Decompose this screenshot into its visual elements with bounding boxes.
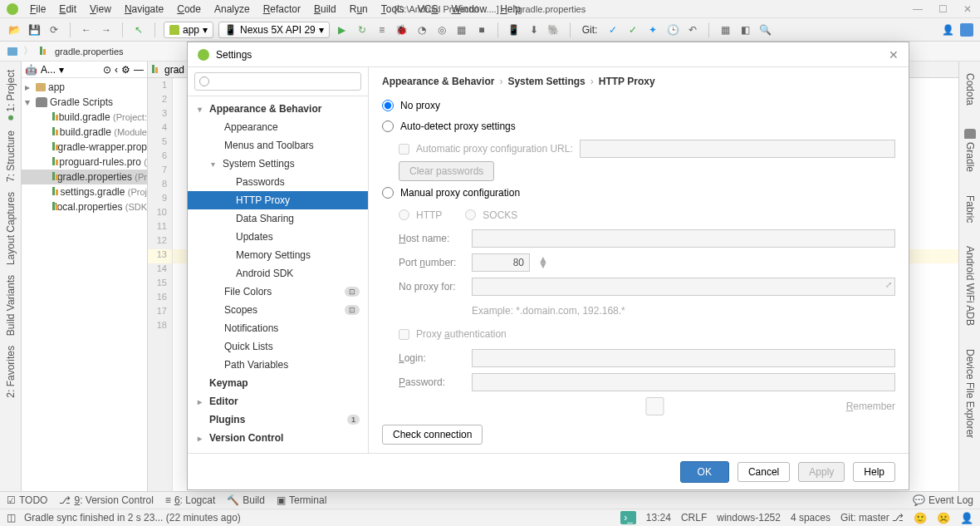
sdk-icon[interactable]: ⬇ xyxy=(527,22,541,37)
menu-run[interactable]: Run xyxy=(345,2,373,17)
minimize-icon[interactable]: — xyxy=(912,3,924,15)
tool-project[interactable]: 1: Project xyxy=(5,65,17,125)
git-compare-icon[interactable]: ✦ xyxy=(645,22,660,37)
emoji-sad-icon[interactable]: ☹️ xyxy=(937,512,950,524)
tool-gradle[interactable]: Gradle xyxy=(964,124,976,177)
menu-view[interactable]: View xyxy=(85,2,116,17)
version-control-tool[interactable]: ⎇9: Version Control xyxy=(59,494,153,506)
sync-icon[interactable]: 🐘 xyxy=(546,22,561,37)
tree-path-variables[interactable]: Path Variables xyxy=(188,356,368,374)
collapse-icon[interactable]: ‹ xyxy=(115,64,118,76)
manual-proxy-label[interactable]: Manual proxy configuration xyxy=(400,187,520,199)
auto-detect-radio[interactable] xyxy=(382,120,394,132)
tool-build-variants[interactable]: Build Variants xyxy=(5,270,17,341)
menu-file[interactable]: File xyxy=(25,2,51,17)
refresh-icon[interactable]: ⟳ xyxy=(47,22,61,37)
auto-detect-label[interactable]: Auto-detect proxy settings xyxy=(400,120,516,132)
cancel-button[interactable]: Cancel xyxy=(737,462,790,482)
tree-keymap[interactable]: Keymap xyxy=(188,374,368,392)
tool-structure[interactable]: 7: Structure xyxy=(5,125,17,187)
tree-version-control[interactable]: ▸Version Control xyxy=(188,429,368,447)
avatar-icon[interactable] xyxy=(960,23,973,37)
tree-updates[interactable]: Updates xyxy=(188,228,368,246)
back-icon[interactable]: ← xyxy=(79,22,94,37)
dialog-close-icon[interactable]: ✕ xyxy=(889,48,899,61)
status-line-sep[interactable]: CRLF xyxy=(681,512,707,524)
menu-edit[interactable]: Edit xyxy=(54,2,81,17)
tree-passwords[interactable]: Passwords xyxy=(188,173,368,191)
debug-icon[interactable]: 🐞 xyxy=(394,22,409,37)
tree-appearance[interactable]: Appearance xyxy=(188,118,368,136)
settings-tree[interactable]: ▾Appearance & Behavior Appearance Menus … xyxy=(188,96,368,453)
close-icon[interactable]: ✕ xyxy=(962,3,973,15)
target-icon[interactable]: ⊙ xyxy=(103,64,111,76)
chevron-down-icon[interactable]: ▾ xyxy=(59,64,64,76)
menu-code[interactable]: Code xyxy=(172,2,206,17)
tree-file[interactable]: build.gradle (Module xyxy=(22,125,147,140)
tree-memory-settings[interactable]: Memory Settings xyxy=(188,246,368,264)
device-dropdown[interactable]: 📱 Nexus 5X API 29 ▾ xyxy=(218,22,330,38)
tree-android-sdk[interactable]: Android SDK xyxy=(188,264,368,283)
status-encoding[interactable]: windows-1252 xyxy=(717,512,781,524)
menu-analyze[interactable]: Analyze xyxy=(209,2,255,17)
tree-file[interactable]: proguard-rules.pro ( xyxy=(22,155,147,170)
git-update-icon[interactable]: ✓ xyxy=(605,22,620,37)
no-proxy-radio[interactable] xyxy=(382,100,394,111)
tree-app[interactable]: ▸ app xyxy=(22,80,147,95)
terminal-indicator-icon[interactable]: ›_ xyxy=(620,511,636,524)
git-commit-icon[interactable]: ✓ xyxy=(625,22,640,37)
user-icon[interactable]: 👤 xyxy=(940,22,955,37)
gear-icon[interactable]: ⚙ xyxy=(121,64,130,76)
git-revert-icon[interactable]: ↶ xyxy=(685,22,700,37)
build-tool[interactable]: 🔨Build xyxy=(227,494,265,506)
export-icon[interactable]: ▦ xyxy=(718,22,733,37)
manual-proxy-radio[interactable] xyxy=(382,187,394,199)
tree-appearance-behavior[interactable]: ▾Appearance & Behavior xyxy=(188,100,368,118)
terminal-tool[interactable]: ▣Terminal xyxy=(277,494,326,506)
tool-favorites[interactable]: 2: Favorites xyxy=(5,341,17,403)
search-icon[interactable]: 🔍 xyxy=(757,22,772,37)
help-button[interactable]: Help xyxy=(853,462,895,482)
breadcrumb-file[interactable]: gradle.properties xyxy=(55,47,124,57)
tree-file-selected[interactable]: gradle.properties (Pr xyxy=(22,170,147,184)
tree-http-proxy[interactable]: HTTP Proxy xyxy=(188,191,368,209)
apply-changes-icon[interactable]: ↻ xyxy=(355,22,370,37)
logcat-tool[interactable]: ≡6: Logcat xyxy=(165,494,215,506)
profile-icon[interactable]: ◔ xyxy=(414,22,429,37)
maximize-icon[interactable]: ☐ xyxy=(937,3,948,15)
tree-quick-lists[interactable]: Quick Lists xyxy=(188,337,368,356)
run-config-dropdown[interactable]: app ▾ xyxy=(164,22,213,38)
tool-fabric[interactable]: Fabric xyxy=(964,190,976,228)
editor-tab[interactable]: grad xyxy=(164,64,184,76)
project-tree[interactable]: ▸ app ▾ Gradle Scripts build.gradle (Pro… xyxy=(22,78,147,491)
settings-search-input[interactable] xyxy=(194,72,361,91)
tool-device-explorer[interactable]: Device File Explorer xyxy=(964,344,976,443)
tree-file[interactable]: settings.gradle (Proj xyxy=(22,184,147,199)
tree-file-colors[interactable]: File Colors⊡ xyxy=(188,283,368,301)
no-proxy-label[interactable]: No proxy xyxy=(400,100,440,111)
status-indent[interactable]: 4 spaces xyxy=(791,512,831,524)
tool-codota[interactable]: Codota xyxy=(964,68,976,111)
tool-wifi-adb[interactable]: Android WiFi ADB xyxy=(964,241,976,331)
forward-icon[interactable]: → xyxy=(99,22,114,37)
tree-notifications[interactable]: Notifications xyxy=(188,319,368,337)
tree-data-sharing[interactable]: Data Sharing xyxy=(188,209,368,228)
menu-navigate[interactable]: Navigate xyxy=(120,2,169,17)
tree-plugins[interactable]: Plugins1 xyxy=(188,410,368,429)
git-history-icon[interactable]: 🕒 xyxy=(665,22,680,37)
menu-refactor[interactable]: Refactor xyxy=(258,2,306,17)
tree-gradle-scripts[interactable]: ▾ Gradle Scripts xyxy=(22,95,147,110)
event-log-tool[interactable]: 💬Event Log xyxy=(913,494,973,506)
structure-icon[interactable]: ◧ xyxy=(737,22,752,37)
avd-icon[interactable]: 📱 xyxy=(507,22,522,37)
tree-menus-toolbars[interactable]: Menus and Toolbars xyxy=(188,136,368,155)
android-dropdown-icon[interactable]: 🤖 xyxy=(25,64,37,76)
tree-file[interactable]: build.gradle (Project: xyxy=(22,110,147,125)
tree-file[interactable]: gradle-wrapper.prop xyxy=(22,140,147,155)
tree-system-settings[interactable]: ▾System Settings xyxy=(188,155,368,173)
windows-icon[interactable]: ◫ xyxy=(7,512,16,524)
tree-scopes[interactable]: Scopes⊡ xyxy=(188,301,368,319)
tree-file[interactable]: local.properties (SDK xyxy=(22,199,147,214)
stop-icon[interactable]: ■ xyxy=(474,22,489,37)
todo-tool[interactable]: ☑TODO xyxy=(7,494,47,506)
